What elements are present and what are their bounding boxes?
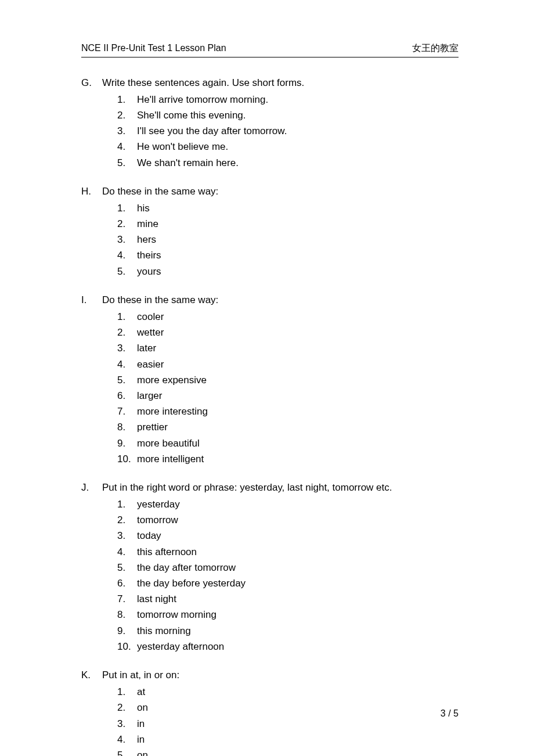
item-text: cooler [137,309,459,325]
list-item: 2.on [102,700,459,715]
item-number: 10. [117,639,137,654]
item-text: theirs [137,247,459,263]
list-item: 5.We shan't remain here. [102,155,459,171]
section-body: Do these in the same way:1.his2.mine3.he… [102,183,459,279]
list-item: 9.this morning [102,623,459,639]
section: I.Do these in the same way:1.cooler2.wet… [81,292,459,467]
item-number: 4. [117,357,137,372]
item-text: more intelligent [137,451,459,467]
item-text: yesterday afternoon [137,639,459,654]
list-item: 4.this afternoon [102,544,459,560]
list-item: 8.prettier [102,419,459,435]
item-number: 1. [117,200,137,216]
item-number: 4. [117,732,137,747]
list-item: 4.in [102,732,459,747]
list-item: 1.cooler [102,309,459,325]
item-number: 9. [117,623,137,639]
item-number: 1. [117,92,137,107]
list-item: 3.in [102,716,459,732]
item-text: the day after tomorrow [137,560,459,575]
item-text: hers [137,232,459,247]
list-item: 2.wetter [102,325,459,340]
item-number: 3. [117,123,137,139]
item-number: 2. [117,700,137,715]
item-text: on [137,700,459,715]
item-number: 9. [117,435,137,451]
item-text: He'll arrive tomorrow morning. [137,92,459,107]
list-item: 8.tomorrow morning [102,607,459,622]
page-header: NCE II Pre-Unit Test 1 Lesson Plan 女王的教室 [81,41,459,57]
list-item: 10.more intelligent [102,451,459,467]
section-prompt: Put in at, in or on: [102,667,459,683]
item-number: 3. [117,340,137,356]
list-item: 9.more beautiful [102,435,459,451]
item-number: 6. [117,575,137,591]
item-number: 7. [117,404,137,419]
item-text: on [137,747,459,756]
list-item: 5.yours [102,264,459,279]
item-text: last night [137,591,459,607]
list-item: 3.I'll see you the day after tomorrow. [102,123,459,139]
item-text: yesterday [137,496,459,512]
item-text: larger [137,388,459,404]
item-text: more beautiful [137,435,459,451]
item-number: 4. [117,247,137,263]
section-prompt: Write these sentences again. Use short f… [102,75,459,91]
section-letter: G. [81,75,102,171]
item-number: 8. [117,419,137,435]
item-number: 5. [117,747,137,756]
item-text: this afternoon [137,544,459,560]
item-text: wetter [137,325,459,340]
section-body: Do these in the same way:1.cooler2.wette… [102,292,459,467]
list-item: 5.more expensive [102,372,459,388]
item-number: 2. [117,107,137,123]
section-prompt: Do these in the same way: [102,292,459,308]
item-number: 10. [117,451,137,467]
list-item: 5.on [102,747,459,756]
item-number: 2. [117,325,137,340]
list-item: 1.yesterday [102,496,459,512]
item-text: tomorrow morning [137,607,459,622]
item-number: 5. [117,264,137,279]
list-item: 4.He won't believe me. [102,139,459,154]
list-item: 2.tomorrow [102,512,459,528]
list-item: 2.mine [102,216,459,232]
list-item: 1.at [102,684,459,700]
list-item: 7.more interesting [102,404,459,419]
item-text: later [137,340,459,356]
item-number: 1. [117,684,137,700]
list-item: 2.She'll come this evening. [102,107,459,123]
item-text: more interesting [137,404,459,419]
item-text: in [137,732,459,747]
item-text: this morning [137,623,459,639]
item-number: 4. [117,544,137,560]
item-text: his [137,200,459,216]
list-item: 4.theirs [102,247,459,263]
section-prompt: Do these in the same way: [102,183,459,199]
item-text: We shan't remain here. [137,155,459,171]
item-number: 3. [117,716,137,732]
list-item: 1.his [102,200,459,216]
item-number: 2. [117,216,137,232]
item-number: 3. [117,232,137,247]
item-text: easier [137,357,459,372]
list-item: 6.larger [102,388,459,404]
item-text: mine [137,216,459,232]
item-text: I'll see you the day after tomorrow. [137,123,459,139]
item-text: more expensive [137,372,459,388]
sections-container: G.Write these sentences again. Use short… [81,75,459,756]
document-page: NCE II Pre-Unit Test 1 Lesson Plan 女王的教室… [0,0,534,756]
item-number: 7. [117,591,137,607]
section-body: Write these sentences again. Use short f… [102,75,459,171]
item-number: 5. [117,372,137,388]
item-number: 2. [117,512,137,528]
item-number: 8. [117,607,137,622]
item-text: tomorrow [137,512,459,528]
item-number: 6. [117,388,137,404]
section-letter: J. [81,480,102,654]
page-number: 3 / 5 [441,706,459,721]
item-text: the day before yesterday [137,575,459,591]
item-number: 1. [117,309,137,325]
item-text: She'll come this evening. [137,107,459,123]
item-text: He won't believe me. [137,139,459,154]
